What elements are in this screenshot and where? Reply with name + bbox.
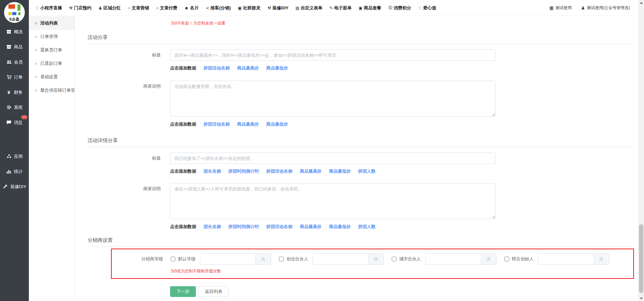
level-label: 联合创始人 [512,256,534,262]
vertical-scrollbar[interactable] [638,0,644,301]
topnav-item-label: 区域分红 [103,5,121,11]
circle-bullet-icon: ○ [35,61,37,66]
scroll-down-arrow-icon[interactable] [638,296,644,301]
submenu-item-supply-chain-orders[interactable]: ○聚合供应链订单管理 [29,84,74,97]
edit-icon: ✎ [329,6,333,10]
insert-token-link[interactable]: 商品最高价 [300,224,322,230]
insert-token-link[interactable]: 团长名称 [204,168,221,174]
sidebar-item-apps[interactable]: 应用 [0,149,29,164]
section-title-distributor-settings: 分销商设置 [88,237,633,247]
sidebar-item-messages[interactable]: 消息 ••• [0,115,29,130]
city-partner-checkbox[interactable] [392,257,396,261]
workspace-switcher[interactable]: ▦测试使用 [549,5,572,11]
default-level-checkbox[interactable] [171,257,175,261]
unit-addon: 次 [594,253,609,265]
insert-token-link[interactable]: 商品最低价 [266,121,288,127]
field-label-title: 标题 [75,153,170,164]
sidebar-item-members[interactable]: 会员 [0,54,29,70]
insert-token-link[interactable]: 拼团人数 [358,224,376,230]
insert-token-link[interactable]: 拼团活动名称 [266,224,292,230]
sidebar-item-stats[interactable]: 统计 [0,164,29,179]
topnav-item-love-value[interactable]: ♡爱心值 [418,5,436,11]
topnav-item-decorate-diy[interactable]: ⚒装修DIY [268,5,288,11]
submenu-item-label: 已退款订单 [40,60,62,67]
topnav-item-e-waybill[interactable]: ✎电子面单 [329,5,352,11]
topnav-item-label: 文章营销 [132,5,149,11]
submenu-item-order-management[interactable]: ○订单管理 [29,30,74,43]
topnav-item-mini-program-live[interactable]: ♡小程序直播 [35,5,62,11]
co-founder-checkbox[interactable] [504,257,509,261]
startup-partner-checkbox[interactable] [279,257,284,261]
sidebar-item-finance[interactable]: ¥ 财务 [0,85,29,100]
add-data-caption: 点击添加数据 [170,168,196,174]
submenu-item-activity-list[interactable]: ○活动列表 [29,16,74,30]
sidebar-item-decorate-diy[interactable]: 装修DIY [0,179,29,194]
cubes-icon [6,154,12,159]
level-group-startup-partner: 创业合伙人 次 [279,253,384,265]
unit-addon: 次 [481,253,496,265]
sidebar-item-label: 系统 [14,104,23,111]
topnav-item-business-card[interactable]: ☻名片 [184,5,199,11]
topnav-item-label: 消费积分 [394,5,411,11]
topnav-item-label: 推客(分销) [211,5,231,11]
share-desc-textarea[interactable] [170,81,495,117]
gear-icon [6,105,12,110]
points-icon: Ⓢ [388,5,392,11]
sidebar-item-overview[interactable]: 概况 [0,24,29,39]
next-step-button[interactable]: 下一步 [170,286,196,297]
topnav-item-label: 电子面单 [334,5,352,11]
insert-token-link[interactable]: 商品最高价 [237,121,259,127]
default-level-times-input[interactable] [200,253,256,265]
back-to-list-button[interactable]: 返回列表 [199,286,229,297]
sidebar-item-label: 概况 [14,29,23,35]
share-title-input[interactable] [170,49,495,61]
co-founder-times-input[interactable] [538,253,594,265]
topnav-item-store-reservation[interactable]: ⚒门店预约 [69,5,92,11]
image-icon: ▣ [238,6,241,10]
submenu-item-label: 活动列表 [40,20,58,26]
sidebar-item-orders[interactable]: 订单 [0,70,29,85]
submenu-item-return-orders[interactable]: ○退换货订单 [29,43,74,57]
topnav-item-group-chain[interactable]: ▣社群接龙 [238,5,260,11]
insert-token-link[interactable]: 商品最低价 [329,168,351,174]
scroll-up-arrow-icon[interactable] [638,0,644,5]
insert-token-link[interactable]: 商品最高价 [300,168,322,174]
topnav-item-label: 名片 [190,5,199,11]
topnav-item-label: 装修DIY [272,5,288,11]
app-logo[interactable]: E企盈 [4,2,25,23]
startup-partner-times-input[interactable] [313,253,368,265]
city-partner-times-input[interactable] [425,253,481,265]
topnav-item-article-marketing[interactable]: ○文章营销 [128,5,149,11]
topnav-item-custom-form[interactable]: ▤自定义表单 [296,5,322,11]
topnav-item-product-package[interactable]: ▣商品套餐 [359,5,381,11]
message-badge: ••• [21,115,28,119]
user-menu[interactable]: ♟测试使用(公众号管理员) [581,5,630,11]
topnav-item-label: 门店预约 [74,5,92,11]
scrollbar-thumb[interactable] [639,224,643,293]
insert-token-link[interactable]: 商品最低价 [266,65,288,71]
topnav-item-consume-points[interactable]: Ⓢ消费积分 [388,5,411,11]
sidebar-item-goods[interactable]: 商品 [0,39,29,54]
insert-token-link[interactable]: 商品最高价 [237,65,259,71]
insert-token-link[interactable]: 团长名称 [204,224,221,230]
insert-token-link[interactable]: 拼团活动名称 [266,168,292,174]
insert-token-link[interactable]: 拼团时间倒计时 [228,224,259,230]
level-label: 创业合伙人 [286,256,308,262]
detail-title-input[interactable] [170,153,495,164]
unit-addon: 次 [256,253,271,265]
insert-token-link[interactable]: 拼团活动名称 [204,121,230,127]
sidebar-item-system[interactable]: 系统 [0,100,29,115]
insert-token-link[interactable]: 拼团人数 [358,168,376,174]
insert-token-link[interactable]: 商品最低价 [329,224,351,230]
detail-desc-textarea[interactable] [170,183,495,219]
submenu-item-refunded-orders[interactable]: ○已退款订单 [29,57,74,70]
insert-token-link[interactable]: 拼团时间倒计时 [228,168,259,174]
add-data-caption: 点击添加数据 [170,224,196,230]
insert-token-link[interactable]: 拼团活动名称 [204,65,230,71]
topnav-item-region-dividend[interactable]: ♟区域分红 [99,5,121,11]
unit-addon: 次 [368,253,384,265]
topnav-item-tuike-distribution[interactable]: ≺推客(分销) [206,5,231,11]
field-label-title: 标题 [75,49,170,61]
submenu-item-basic-settings[interactable]: ○基础设置 [29,70,74,84]
topnav-item-article-paid[interactable]: ○文章付费 [156,5,177,11]
